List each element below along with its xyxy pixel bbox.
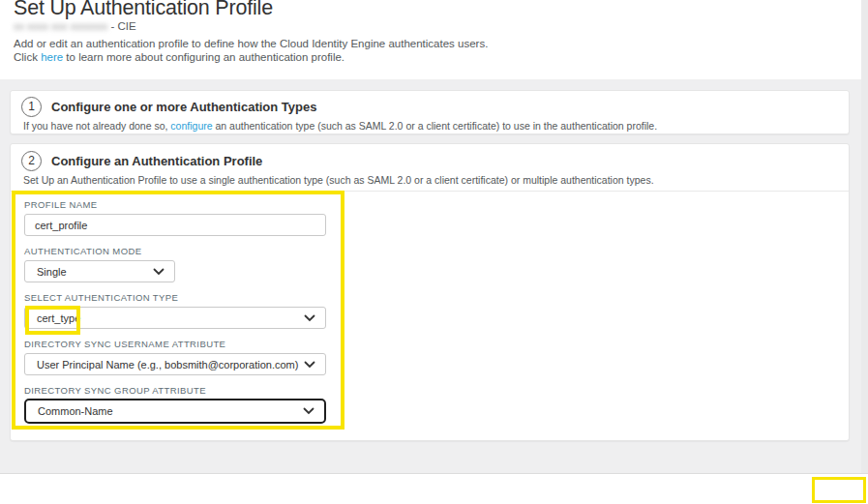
step2-number-badge: 2 [21, 151, 42, 171]
page-header: Set Up Authentication Profile xx xxxx xx… [0, 0, 861, 79]
username-attr-label: DIRECTORY SYNC USERNAME ATTRIBUTE [24, 339, 225, 349]
chevron-down-icon [304, 361, 315, 369]
username-attr-select[interactable]: User Principal Name (e.g., bobsmith@corp… [24, 353, 326, 375]
step1-description: If you have not already done so, configu… [23, 120, 657, 132]
redacted-tenant-name: xx xxxx xxx xxxxxxx [14, 20, 107, 32]
step2-title: Configure an Authentication Profile [51, 154, 262, 168]
chevron-down-icon [304, 314, 315, 322]
page-description: Add or edit an authentication profile to… [14, 38, 488, 49]
help-text: Click here to learn more about configuri… [14, 51, 344, 63]
subtitle-suffix: - CIE [110, 20, 135, 32]
page: Set Up Authentication Profile xx xxxx xx… [0, 0, 868, 504]
footer-bar: Cancel Submit [0, 473, 868, 504]
chevron-down-icon [303, 407, 314, 415]
configure-link[interactable]: configure [170, 120, 212, 132]
vertical-scrollbar[interactable] [861, 0, 868, 504]
group-attr-label: DIRECTORY SYNC GROUP ATTRIBUTE [24, 385, 206, 396]
auth-type-select[interactable]: cert_type [24, 307, 326, 329]
chevron-down-icon [153, 268, 165, 276]
profile-name-label: PROFILE NAME [24, 199, 98, 210]
section-divider [11, 191, 849, 192]
step2-card: 2 Configure an Authentication Profile Se… [10, 143, 850, 441]
profile-name-input[interactable] [24, 214, 326, 236]
help-link[interactable]: here [41, 51, 63, 63]
auth-mode-select[interactable]: Single [24, 260, 175, 282]
page-title: Set Up Authentication Profile [14, 0, 273, 20]
group-attr-select[interactable]: Common-Name [24, 399, 326, 424]
breadcrumb: xx xxxx xxx xxxxxxx - CIE [14, 20, 136, 32]
auth-type-label: SELECT AUTHENTICATION TYPE [24, 292, 178, 303]
step1-number-badge: 1 [21, 97, 42, 117]
step1-title: Configure one or more Authentication Typ… [51, 100, 316, 114]
step1-card: 1 Configure one or more Authentication T… [10, 90, 850, 134]
step2-description: Set Up an Authentication Profile to use … [23, 174, 654, 186]
auth-mode-label: AUTHENTICATION MODE [24, 246, 141, 256]
